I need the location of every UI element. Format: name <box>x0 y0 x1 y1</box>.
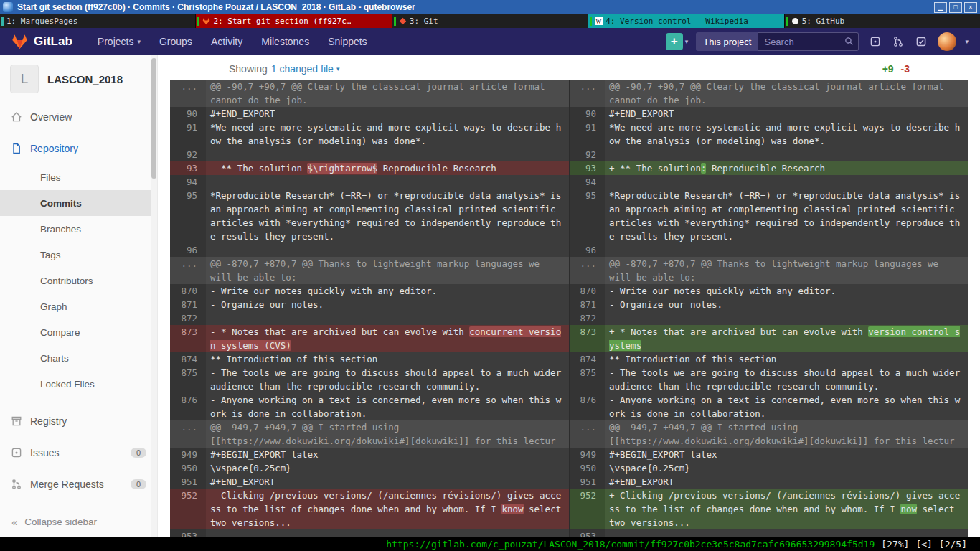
changed-files-dropdown[interactable]: 1 changed file ▾ <box>271 63 340 75</box>
nav-item-snippets[interactable]: Snippets <box>319 28 376 55</box>
diff-text: @@ -949,7 +949,7 @@ I started using [[ht… <box>609 422 955 446</box>
browser-tab-4-version-control-wikipedia[interactable]: W4: Version control - Wikipedia <box>588 14 783 28</box>
nav-item-activity[interactable]: Activity <box>202 28 252 55</box>
sidebar-item-registry[interactable]: Registry <box>0 405 157 437</box>
user-avatar[interactable] <box>938 32 956 51</box>
sidebar-item-branches[interactable]: Branches <box>0 216 157 242</box>
search-box <box>758 32 859 51</box>
diff-line-number[interactable]: 952 <box>170 489 206 529</box>
diff-line-number[interactable]: ... <box>170 257 206 284</box>
collapse-sidebar-button[interactable]: « Collapse sidebar <box>0 507 157 537</box>
browser-tab-2-start-git-section-ff927c[interactable]: 2: Start git section (ff927c… <box>195 14 391 28</box>
nav-item-groups[interactable]: Groups <box>150 28 202 55</box>
diff-line-number[interactable]: 950 <box>569 461 605 475</box>
diff-line-number[interactable]: ... <box>569 80 605 107</box>
sidebar-item-tags[interactable]: Tags <box>0 242 157 268</box>
nav-item-projects[interactable]: Projects▾ <box>88 28 150 55</box>
sidebar-item-overview[interactable]: Overview <box>0 101 157 133</box>
diff-line-number[interactable]: 95 <box>170 189 206 243</box>
new-dropdown-button[interactable]: + ▾ <box>666 33 689 50</box>
gitlab-home-link[interactable]: GitLab <box>11 34 72 50</box>
diff-line-number[interactable]: 873 <box>569 325 605 352</box>
todos-icon[interactable] <box>913 33 930 50</box>
sidebar-item-charts[interactable]: Charts <box>0 345 157 371</box>
diff-line-content: ** Introduction of this section <box>206 352 569 366</box>
diff-text: *Reproducible Research* (=RR=) or *repro… <box>609 190 966 242</box>
diff-line-number[interactable]: 93 <box>569 161 605 175</box>
chevron-down-icon: ▾ <box>965 38 969 45</box>
sidebar-item-compare[interactable]: Compare <box>0 319 157 345</box>
sidebar-item-issues[interactable]: Issues0 <box>0 437 157 468</box>
sidebar-item-repository[interactable]: Repository <box>0 133 157 164</box>
diff-row: 870- Write our notes quickly with any ed… <box>170 284 968 298</box>
scrollbar-thumb[interactable] <box>151 58 156 179</box>
diff-line-number[interactable]: 870 <box>569 284 605 298</box>
diff-line-number[interactable]: ... <box>170 80 206 107</box>
tab-counter: [2/5] <box>939 539 967 550</box>
search-input[interactable] <box>758 32 859 51</box>
diff-line-number[interactable]: ... <box>569 420 605 448</box>
diff-line-number[interactable]: 950 <box>170 461 206 475</box>
diff-line-number[interactable]: 951 <box>170 475 206 489</box>
additions-count: +9 <box>882 63 894 75</box>
nav-item-milestones[interactable]: Milestones <box>252 28 319 55</box>
issues-icon[interactable] <box>867 33 884 50</box>
diff-line-number[interactable]: 94 <box>170 175 206 189</box>
diff-line-number[interactable]: 95 <box>569 189 605 243</box>
project-name[interactable]: LASCON_2018 <box>47 73 123 85</box>
diff-line-number[interactable]: 875 <box>170 366 206 393</box>
diff-line-number[interactable]: ... <box>170 420 206 448</box>
diff-line-number[interactable]: 874 <box>170 352 206 366</box>
browser-tab-3-git[interactable]: 3: Git <box>392 14 588 28</box>
diff-line-number[interactable]: 94 <box>569 175 605 189</box>
gitlab-logo-icon <box>11 34 28 50</box>
diff-line-number[interactable]: 96 <box>170 243 206 257</box>
diff-line-number[interactable]: 874 <box>569 352 605 366</box>
diff-line-number[interactable]: 90 <box>170 107 206 121</box>
diff-line-number[interactable]: 876 <box>170 393 206 420</box>
diff-line-number[interactable]: ... <box>569 257 605 284</box>
diff-line-number[interactable]: 952 <box>569 489 605 529</box>
diff-line-number[interactable]: 953 <box>569 529 605 537</box>
diff-line-number[interactable]: 90 <box>569 107 605 121</box>
project-avatar[interactable]: L <box>10 65 39 93</box>
maximize-button[interactable]: □ <box>949 2 962 13</box>
sidebar-item-graph[interactable]: Graph <box>0 293 157 319</box>
sidebar-item-locked-files[interactable]: Locked Files <box>0 371 157 397</box>
diff-line-number[interactable]: 92 <box>569 148 605 161</box>
diff-line-number[interactable]: 953 <box>170 529 206 537</box>
browser-tab-1-marquespages[interactable]: 1: MarquesPages <box>0 14 195 28</box>
diff-line-number[interactable]: 872 <box>170 311 206 325</box>
sidebar-item-commits[interactable]: Commits <box>0 190 157 216</box>
diff-line-number[interactable]: 872 <box>569 311 605 325</box>
sidebar-item-merge-requests[interactable]: Merge Requests0 <box>0 468 157 500</box>
diff-line-content <box>605 529 968 537</box>
diff-line-number[interactable]: 949 <box>170 448 206 461</box>
sidebar-item-files[interactable]: Files <box>0 164 157 190</box>
diff-text: #+BEGIN_EXPORT latex <box>210 449 319 460</box>
diff-line-number[interactable]: 871 <box>170 298 206 311</box>
search-scope-this-project[interactable]: This project <box>696 32 758 51</box>
merge-requests-icon[interactable] <box>890 33 907 50</box>
diff-line-number[interactable]: 951 <box>569 475 605 489</box>
diff-line-number[interactable]: 873 <box>170 325 206 352</box>
diff-line-number[interactable]: 875 <box>569 366 605 393</box>
diff-line-number[interactable]: 92 <box>170 148 206 161</box>
diff-line-number[interactable]: 949 <box>569 448 605 461</box>
tab-load-indicator <box>1 17 4 26</box>
minimize-button[interactable]: ▁ <box>934 2 947 13</box>
close-button[interactable]: × <box>964 2 977 13</box>
diff-line-number[interactable]: 96 <box>569 243 605 257</box>
diff-line-number[interactable]: 91 <box>170 121 206 148</box>
diff-line-number[interactable]: 870 <box>170 284 206 298</box>
diff-line-number[interactable]: 876 <box>569 393 605 420</box>
search-group: This project <box>696 32 859 51</box>
diff-line-content <box>605 311 968 325</box>
browser-tab-5-github[interactable]: 5: GitHub <box>784 14 980 28</box>
diff-line-number[interactable]: 93 <box>170 161 206 175</box>
diff-line-number[interactable]: 871 <box>569 298 605 311</box>
sidebar-item-contributors[interactable]: Contributors <box>0 268 157 293</box>
diff-line-number[interactable]: 91 <box>569 121 605 148</box>
window-title: Start git section (ff927c0b) · Commits ·… <box>17 2 930 12</box>
sidebar-scrollbar[interactable] <box>151 55 157 537</box>
